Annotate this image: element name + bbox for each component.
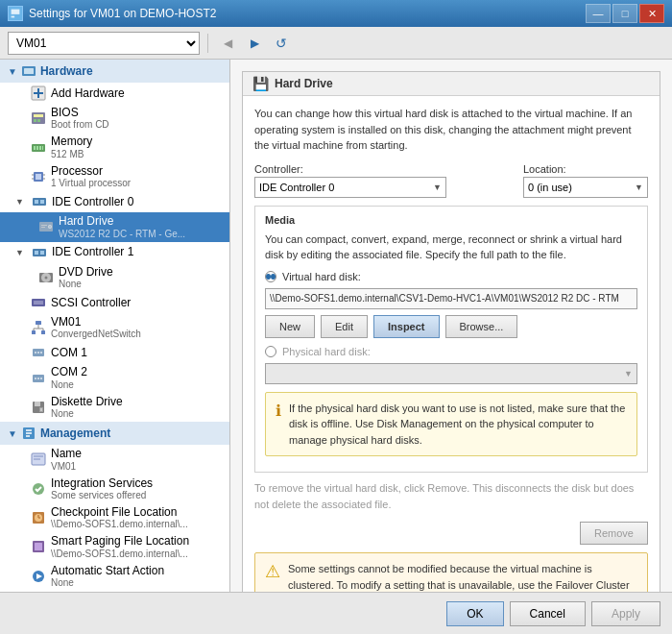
location-value: 0 (in use) <box>528 182 572 193</box>
back-button[interactable]: ◀ <box>216 32 239 55</box>
sidebar-item-checkpoint[interactable]: Checkpoint File Location \\Demo-SOFS1.de… <box>0 503 229 532</box>
maximize-button[interactable]: □ <box>612 4 637 23</box>
svg-rect-39 <box>36 321 41 325</box>
processor-sub: 1 Virtual processor <box>51 178 131 189</box>
com2-icon <box>31 371 46 386</box>
new-button[interactable]: New <box>265 315 315 338</box>
bios-icon <box>31 110 46 126</box>
sidebar-item-processor[interactable]: Processor 1 Virtual processor <box>0 162 229 191</box>
svg-rect-9 <box>34 114 43 117</box>
svg-rect-41 <box>41 330 45 334</box>
svg-rect-33 <box>40 251 44 255</box>
content-area: ▼ Hardware Add Hardware BIOS <box>0 60 672 592</box>
ide0-icon <box>32 194 47 209</box>
svg-rect-13 <box>34 146 36 150</box>
hardware-section-label: Hardware <box>40 64 93 78</box>
svg-rect-14 <box>36 146 38 150</box>
sidebar-item-ide-ctrl-0[interactable]: ▼ IDE Controller 0 <box>0 191 229 212</box>
inspect-button[interactable]: Inspect <box>373 315 440 338</box>
ide0-content: IDE Controller 0 <box>52 195 133 208</box>
diskette-icon <box>31 400 46 415</box>
svg-point-48 <box>37 352 39 354</box>
window-controls: — □ ✕ <box>586 4 664 23</box>
sidebar-item-dvd-drive[interactable]: DVD Drive None <box>0 263 229 292</box>
minimize-button[interactable]: — <box>586 4 611 23</box>
sidebar-item-name[interactable]: Name VM01 <box>0 445 229 474</box>
controller-dropdown[interactable]: IDE Controller 0 ▼ <box>254 177 446 198</box>
svg-rect-30 <box>41 227 45 228</box>
vm-selector[interactable]: VM01 <box>8 32 200 55</box>
svg-rect-11 <box>37 119 40 122</box>
sidebar-item-add-hardware[interactable]: Add Hardware <box>0 83 229 104</box>
svg-point-36 <box>45 276 48 279</box>
sidebar-item-hard-drive[interactable]: Hard Drive WS2012 R2 DC - RTM - Ge... <box>0 212 229 241</box>
ide1-expand-arrow: ▼ <box>15 248 27 257</box>
vm01-net-label: VM01 <box>51 315 141 329</box>
sidebar-item-integration[interactable]: Integration Services Some services offer… <box>0 475 229 503</box>
sidebar-item-autostart[interactable]: Automatic Start Action None <box>0 562 229 591</box>
checkpoint-sub: \\Demo-SOFS1.demo.internal\... <box>51 519 188 530</box>
management-icon <box>21 426 36 441</box>
right-panel: 💾 Hard Drive You can change how this vir… <box>230 60 672 592</box>
sidebar-item-scsi[interactable]: SCSI Controller <box>0 292 229 313</box>
cancel-button[interactable]: Cancel <box>510 601 586 626</box>
integration-content: Integration Services Some services offer… <box>51 476 153 501</box>
controller-label: Controller: <box>254 163 512 175</box>
panel-title-icon: 💾 <box>252 76 269 91</box>
forward-button[interactable]: ▶ <box>243 32 266 55</box>
name-sub: VM01 <box>51 461 82 473</box>
add-hardware-icon <box>31 85 46 101</box>
remove-button[interactable]: Remove <box>580 522 648 545</box>
memory-content: Memory 512 MB <box>51 134 92 159</box>
sidebar-item-com2[interactable]: COM 2 None <box>0 363 229 392</box>
sidebar-item-memory[interactable]: Memory 512 MB <box>0 133 229 161</box>
browse-button[interactable]: Browse... <box>445 315 518 338</box>
sidebar-item-com1[interactable]: COM 1 <box>0 342 229 363</box>
info-text: If the physical hard disk you want to us… <box>289 401 627 449</box>
ide0-label: IDE Controller 0 <box>52 195 133 208</box>
vm01-net-sub: ConvergedNetSwitch <box>51 329 141 340</box>
svg-rect-40 <box>32 330 36 334</box>
info-icon: ℹ <box>276 402 281 449</box>
remove-button-row: Remove <box>254 522 648 545</box>
svg-rect-57 <box>40 408 42 411</box>
edit-button[interactable]: Edit <box>321 315 368 338</box>
svg-rect-18 <box>36 174 41 180</box>
svg-point-53 <box>40 378 42 379</box>
toolbar: VM01 ◀ ▶ ↺ <box>0 27 672 60</box>
sidebar-item-diskette[interactable]: Diskette Drive None <box>0 393 229 422</box>
svg-rect-71 <box>35 543 42 550</box>
svg-rect-8 <box>32 112 45 124</box>
toolbar-separator <box>207 34 208 53</box>
virtual-disk-radio[interactable] <box>265 271 276 282</box>
hardware-section-header[interactable]: ▼ Hardware <box>0 60 229 83</box>
com2-label: COM 2 <box>51 365 87 378</box>
sidebar-item-smartpaging[interactable]: Smart Paging File Location \\Demo-SOFS1.… <box>0 532 229 561</box>
ok-button[interactable]: OK <box>446 601 503 626</box>
sidebar-item-ide-ctrl-1[interactable]: ▼ IDE Controller 1 <box>0 242 229 263</box>
hard-drive-sub: WS2012 R2 DC - RTM - Ge... <box>59 229 185 240</box>
ide1-label: IDE Controller 1 <box>52 245 133 258</box>
smartpaging-label: Smart Paging File Location <box>51 534 189 548</box>
apply-button[interactable]: Apply <box>591 601 660 626</box>
sidebar-item-vm01-net[interactable]: VM01 ConvergedNetSwitch <box>0 313 229 342</box>
management-section-header[interactable]: ▼ Management <box>0 422 229 445</box>
virtual-disk-path-input[interactable] <box>265 288 637 309</box>
diskette-sub: None <box>51 408 123 420</box>
com2-sub: None <box>51 379 87 391</box>
sidebar-item-bios[interactable]: BIOS Boot from CD <box>0 104 229 133</box>
autostart-icon <box>31 569 46 584</box>
network-icon <box>31 320 46 335</box>
management-section-label: Management <box>40 427 110 440</box>
location-dropdown[interactable]: 0 (in use) ▼ <box>523 177 648 198</box>
virtual-disk-radio-row: Virtual hard disk: <box>265 271 637 282</box>
integration-sub: Some services offered <box>51 490 153 501</box>
svg-rect-25 <box>40 200 44 204</box>
physical-disk-radio[interactable] <box>265 346 276 357</box>
dvd-label: DVD Drive <box>59 265 113 279</box>
integration-icon <box>31 481 46 497</box>
refresh-button[interactable]: ↺ <box>270 32 293 55</box>
vm01-net-content: VM01 ConvergedNetSwitch <box>51 315 141 340</box>
checkpoint-content: Checkpoint File Location \\Demo-SOFS1.de… <box>51 505 188 530</box>
close-button[interactable]: ✕ <box>639 4 664 23</box>
